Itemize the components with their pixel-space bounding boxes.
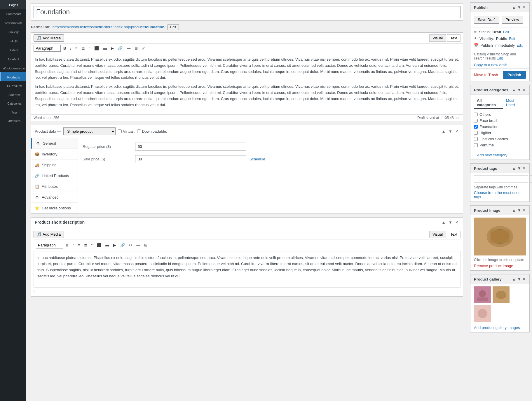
gallery-collapse-x[interactable]: ✕ bbox=[522, 277, 526, 281]
short-desc-table-button[interactable]: ⊞ bbox=[143, 242, 149, 248]
paragraph-select-wrap[interactable]: Paragraph bbox=[34, 45, 61, 52]
product-data-collapse-up[interactable]: ▲ bbox=[441, 129, 446, 134]
short-desc-align-center-button[interactable]: ▬ bbox=[104, 242, 111, 248]
category-lipsticks-checkbox[interactable] bbox=[474, 137, 478, 141]
paragraph-select[interactable]: Paragraph bbox=[34, 45, 61, 52]
short-desc-paragraph-select-wrap[interactable]: Paragraph bbox=[36, 242, 63, 248]
align-left-button[interactable]: ⬛ bbox=[93, 45, 100, 51]
category-others-checkbox[interactable] bbox=[474, 113, 478, 116]
visual-tab[interactable]: Visual bbox=[429, 34, 446, 42]
product-image-thumbnail[interactable] bbox=[474, 218, 526, 255]
product-image-collapse-down[interactable]: ▼ bbox=[517, 208, 521, 213]
sidebar-item-gallery[interactable]: Gallery bbox=[0, 27, 26, 36]
cat-tab-most-used[interactable]: Most Used bbox=[503, 97, 526, 109]
edit-catalog-link[interactable]: Edit bbox=[497, 56, 503, 60]
publish-button[interactable]: Publish bbox=[503, 71, 526, 79]
short-desc-collapse-down[interactable]: ▼ bbox=[448, 220, 453, 225]
tags-collapse-x[interactable]: ✕ bbox=[522, 166, 526, 171]
sidebar-item-contact[interactable]: Contact bbox=[0, 54, 26, 63]
gallery-thumb-3[interactable] bbox=[474, 305, 491, 322]
short-desc-add-media-button[interactable]: 🎵 Add Media bbox=[34, 231, 64, 238]
regular-price-input[interactable] bbox=[135, 143, 246, 150]
product-type-select[interactable]: Simple product Variable product Grouped … bbox=[63, 127, 116, 135]
product-data-collapse-down[interactable]: ▼ bbox=[448, 129, 453, 134]
publish-collapse-up[interactable]: ▲ bbox=[512, 5, 516, 10]
cat-tab-all[interactable]: All categories bbox=[474, 97, 503, 109]
sidebar-item-add-new[interactable]: Add New bbox=[0, 90, 26, 99]
product-image-collapse-x[interactable]: ✕ bbox=[522, 208, 526, 213]
short-desc-unordered-list-button[interactable]: ≡ bbox=[76, 242, 81, 248]
text-tab[interactable]: Text bbox=[447, 34, 461, 42]
tab-shipping[interactable]: 🚚 Shipping bbox=[31, 160, 78, 170]
tags-used-link[interactable]: Choose from the most used tags bbox=[474, 190, 521, 199]
blockquote-button[interactable]: " bbox=[88, 45, 92, 51]
categories-collapse-x[interactable]: ✕ bbox=[522, 87, 526, 92]
sidebar-item-pages[interactable]: Pages bbox=[0, 0, 26, 9]
bold-button[interactable]: B bbox=[62, 45, 67, 51]
edit-publish-time-link[interactable]: Edit bbox=[517, 43, 523, 48]
sidebar-item-categories[interactable]: Categories bbox=[0, 99, 26, 108]
short-desc-collapse-x[interactable]: ✕ bbox=[454, 220, 459, 225]
short-desc-text-tab[interactable]: Text bbox=[447, 231, 461, 238]
short-desc-italic-button[interactable]: I bbox=[71, 242, 75, 248]
editor-content-area[interactable]: In hac habitasse platea dictumst. Phasel… bbox=[31, 53, 463, 114]
gallery-collapse-up[interactable]: ▲ bbox=[512, 277, 516, 281]
add-media-button[interactable]: 🎵 Add Media bbox=[34, 34, 64, 42]
remove-image-link[interactable]: Remove product image bbox=[474, 264, 513, 268]
tab-general[interactable]: ⚙ General bbox=[31, 138, 78, 149]
category-foundation-checkbox[interactable] bbox=[474, 125, 478, 129]
short-desc-more-button[interactable]: — bbox=[135, 242, 142, 248]
categories-collapse-down[interactable]: ▼ bbox=[517, 87, 521, 92]
category-perfume-checkbox[interactable] bbox=[474, 143, 478, 147]
ordered-list-button[interactable]: ≣ bbox=[80, 45, 86, 51]
permalink-edit-btn[interactable]: Edit bbox=[168, 24, 179, 30]
short-desc-collapse-up[interactable]: ▲ bbox=[441, 220, 446, 225]
preview-button[interactable]: Preview bbox=[502, 16, 523, 24]
sidebar-item-tags[interactable]: Tags bbox=[0, 108, 26, 116]
virtual-checkbox[interactable] bbox=[118, 129, 122, 133]
sidebar-item-attributes[interactable]: Attributes bbox=[0, 116, 26, 125]
short-desc-content-area[interactable]: In hac habitasse platea dictumst. Phasel… bbox=[34, 251, 461, 286]
short-desc-paragraph-select[interactable]: Paragraph bbox=[36, 242, 63, 248]
sidebar-item-faqs[interactable]: FAQs bbox=[0, 36, 26, 45]
short-desc-align-right-button[interactable]: ▶ bbox=[112, 242, 118, 248]
schedule-link[interactable]: Schedule bbox=[250, 157, 265, 161]
gallery-thumb-1[interactable] bbox=[474, 286, 491, 303]
tab-get-more[interactable]: ⭐ Get more options bbox=[31, 203, 78, 213]
product-data-collapse-x[interactable]: ✕ bbox=[454, 129, 459, 134]
link-button[interactable]: 🔗 bbox=[116, 45, 124, 51]
edit-status-link[interactable]: Edit bbox=[503, 30, 509, 34]
add-gallery-images-link[interactable]: Add product gallery images bbox=[474, 325, 520, 330]
sidebar-item-sliders[interactable]: Sliders bbox=[0, 45, 26, 54]
short-desc-visual-tab[interactable]: Visual bbox=[429, 231, 446, 238]
tab-advanced[interactable]: ⚙ Advanced bbox=[31, 192, 78, 203]
more-button[interactable]: — bbox=[125, 45, 132, 51]
short-desc-ordered-list-button[interactable]: ≣ bbox=[83, 242, 89, 248]
sidebar-item-testimonials[interactable]: Testimonials bbox=[0, 18, 26, 27]
copy-draft-link[interactable]: Copy to a new draft bbox=[474, 63, 507, 67]
add-new-category-link[interactable]: + Add new category bbox=[474, 153, 507, 157]
tags-input[interactable] bbox=[474, 176, 528, 183]
short-desc-bold-button[interactable]: B bbox=[64, 242, 70, 248]
fullscreen-button[interactable]: ⤢ bbox=[140, 45, 146, 51]
post-title-input[interactable] bbox=[34, 6, 461, 18]
tab-inventory[interactable]: 📦 Inventory bbox=[31, 149, 78, 160]
sidebar-item-products[interactable]: Products bbox=[0, 72, 26, 81]
tags-collapse-down[interactable]: ▼ bbox=[517, 166, 521, 171]
unordered-list-button[interactable]: ≡ bbox=[74, 45, 79, 51]
short-desc-link-button[interactable]: 🔗 bbox=[119, 242, 126, 248]
tags-collapse-up[interactable]: ▲ bbox=[512, 166, 516, 171]
gallery-collapse-down[interactable]: ▼ bbox=[517, 277, 521, 281]
permalink-url[interactable]: http://localhost/luzuk/cosmetic-store/in… bbox=[53, 25, 165, 29]
sidebar-item-woocommerce[interactable]: WooCommerce bbox=[0, 63, 26, 72]
product-image-collapse-up[interactable]: ▲ bbox=[512, 208, 516, 213]
tab-linked-products[interactable]: 🔗 Linked Products bbox=[31, 170, 78, 181]
publish-collapse-x[interactable]: ✕ bbox=[522, 5, 526, 10]
category-face-brush-checkbox[interactable] bbox=[474, 119, 478, 122]
short-desc-align-left-button[interactable]: ⬛ bbox=[95, 242, 103, 248]
publish-collapse-down[interactable]: ▼ bbox=[517, 5, 521, 10]
save-draft-button[interactable]: Save Draft bbox=[474, 16, 499, 24]
category-higliter-checkbox[interactable] bbox=[474, 131, 478, 135]
tab-attributes[interactable]: 📋 Attributes bbox=[31, 181, 78, 192]
sale-price-input[interactable] bbox=[135, 155, 246, 163]
